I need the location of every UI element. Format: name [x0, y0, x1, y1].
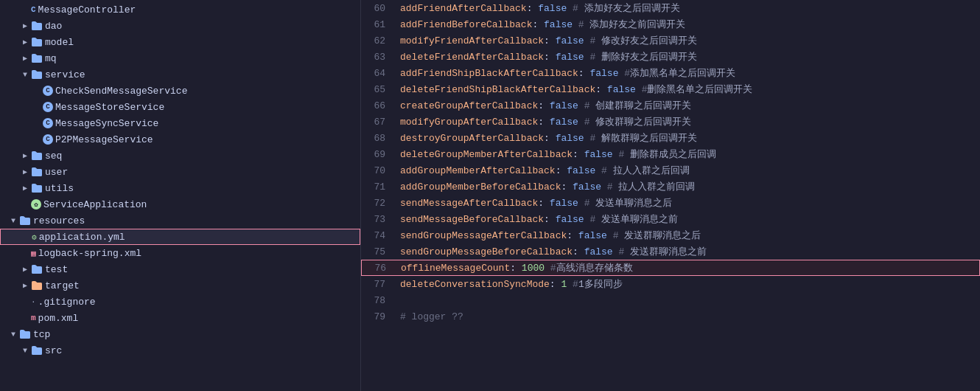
code-line-70: 70 addGroupMemberAfterCallback: false # … [361, 162, 980, 179]
sidebar-item-messagecontroller[interactable]: C MessageController [0, 1, 360, 18]
gitignore-label: .gitignore [38, 297, 360, 308]
line-content-61: addFriendBeforeCallback: false # 添加好友之前回… [394, 18, 980, 31]
sidebar-item-gitignore[interactable]: · .gitignore [0, 294, 360, 310]
line-num-69: 69 [361, 149, 394, 160]
folder-mq-icon [31, 52, 43, 64]
line-num-74: 74 [361, 230, 394, 241]
line-content-69: deleteGroupMemberAfterCallback: false # … [394, 148, 980, 161]
src-label: src [45, 345, 360, 356]
code-editor: 60 addFriendAfterCallback: false # 添加好友之… [361, 0, 980, 391]
sidebar-item-messagesync[interactable]: C MessageSyncService [0, 115, 360, 131]
messagesync-label: MessageSyncService [55, 118, 360, 129]
service-label: service [45, 69, 360, 80]
yml-icon: ⚙ [32, 232, 37, 242]
line-num-73: 73 [361, 214, 394, 225]
code-line-67: 67 modifyGroupAfterCallback: false # 修改群… [361, 114, 980, 130]
line-content-75: sendGroupMessageBeforeCallback: false # … [394, 245, 980, 258]
code-line-75: 75 sendGroupMessageBeforeCallback: false… [361, 243, 980, 260]
dao-label: dao [45, 21, 360, 32]
folder-utils-icon [31, 182, 43, 194]
code-line-62: 62 modifyFriendAfterCallback: false # 修改… [361, 32, 980, 49]
sidebar-item-model[interactable]: model [0, 34, 360, 50]
line-num-76: 76 [362, 263, 395, 274]
resources-label: resources [33, 215, 360, 226]
code-line-63: 63 deleteFriendAfterCallback: false # 删除… [361, 49, 980, 65]
line-content-77: deleteConversationSyncMode: 1 #1多段同步 [394, 277, 980, 291]
p2p-icon: C [43, 134, 53, 145]
sidebar-item-service[interactable]: service [0, 66, 360, 83]
arrow-seq [19, 151, 31, 160]
arrow-mq [19, 54, 31, 63]
key-60: addFriendAfterCallback [400, 3, 527, 14]
line-num-61: 61 [361, 19, 394, 30]
serviceapp-label: ServiceApplication [43, 199, 360, 210]
code-line-66: 66 createGroupAfterCallback: false # 创建群… [361, 97, 980, 114]
sidebar-item-tcp[interactable]: tcp [0, 326, 360, 342]
sidebar-item-seq[interactable]: seq [0, 148, 360, 164]
line-num-64: 64 [361, 68, 394, 79]
folder-model-icon [31, 36, 43, 48]
sidebar-item-logback[interactable]: ▦ logback-spring.xml [0, 245, 360, 261]
sidebar-item-test[interactable]: test [0, 261, 360, 277]
folder-user-icon [31, 166, 43, 178]
sidebar-item-utils[interactable]: utils [0, 180, 360, 196]
line-content-64: addFriendShipBlackAfterCallback: false #… [394, 66, 980, 80]
utils-label: utils [45, 183, 360, 194]
sidebar-item-mq[interactable]: mq [0, 50, 360, 66]
sidebar-item-p2p[interactable]: C P2PMessageService [0, 131, 360, 148]
messagesync-icon: C [43, 118, 53, 128]
maven-icon: m [31, 314, 36, 322]
sidebar-item-messagestore[interactable]: C MessageStoreService [0, 99, 360, 115]
sidebar-item-target[interactable]: target [0, 277, 360, 294]
line-content-67: modifyGroupAfterCallback: false # 修改群聊之后… [394, 115, 980, 128]
code-line-77: 77 deleteConversationSyncMode: 1 #1多段同步 [361, 276, 980, 292]
sidebar-item-checksend[interactable]: C CheckSendMessageService [0, 83, 360, 99]
class-icon: C [31, 5, 36, 14]
line-content-74: sendGroupMessageAfterCallback: false # 发… [394, 229, 980, 242]
line-num-75: 75 [361, 246, 394, 257]
code-line-73: 73 sendMessageBeforeCallback: false # 发送… [361, 211, 980, 227]
item-label: MessageController [38, 4, 360, 15]
line-num-71: 71 [361, 181, 394, 193]
file-tree[interactable]: C MessageController dao model mq service… [0, 0, 361, 391]
code-line-65: 65 deleteFriendShipBlackAfterCallback: f… [361, 81, 980, 97]
code-line-61: 61 addFriendBeforeCallback: false # 添加好友… [361, 16, 980, 32]
p2p-label: P2PMessageService [55, 134, 360, 145]
arrow-model [19, 38, 31, 46]
arrow-tcp [7, 331, 19, 339]
sidebar-item-src[interactable]: src [0, 342, 360, 359]
arrow-dao [19, 21, 31, 30]
sidebar-item-pom[interactable]: m pom.xml [0, 310, 360, 326]
folder-tcp-icon [19, 328, 31, 340]
sidebar-item-dao[interactable]: dao [0, 18, 360, 34]
code-line-69: 69 deleteGroupMemberAfterCallback: false… [361, 146, 980, 162]
code-line-78: 78 [361, 292, 980, 308]
folder-seq-icon [31, 150, 43, 162]
line-content-66: createGroupAfterCallback: false # 创建群聊之后… [394, 99, 980, 112]
code-line-74: 74 sendGroupMessageAfterCallback: false … [361, 227, 980, 243]
arrow-src [19, 347, 31, 355]
model-label: model [45, 37, 360, 48]
sidebar-item-user[interactable]: user [0, 164, 360, 180]
code-line-72: 72 sendMessageAfterCallback: false # 发送单… [361, 195, 980, 211]
line-content-73: sendMessageBeforeCallback: false # 发送单聊消… [394, 212, 980, 226]
code-line-64: 64 addFriendShipBlackAfterCallback: fals… [361, 65, 980, 81]
code-line-71: 71 addGroupMemberBeforeCallback: false #… [361, 179, 980, 195]
line-content-68: destroyGroupAfterCallback: false # 解散群聊之… [394, 131, 980, 145]
user-label: user [45, 167, 360, 178]
line-content-62: modifyFriendAfterCallback: false # 修改好友之… [394, 34, 980, 47]
code-line-60: 60 addFriendAfterCallback: false # 添加好友之… [361, 0, 980, 16]
seq-label: seq [45, 150, 360, 162]
code-line-76: 76 offlineMessageCount: 1000 #高线消息存储条数 [361, 260, 980, 276]
line-num-68: 68 [361, 133, 394, 144]
folder-resources-icon [19, 215, 31, 226]
code-line-68: 68 destroyGroupAfterCallback: false # 解散… [361, 130, 980, 146]
arrow-resources [7, 217, 19, 225]
sidebar-item-resources[interactable]: resources [0, 212, 360, 229]
line-num-79: 79 [361, 311, 394, 322]
arrow-utils [19, 184, 31, 193]
messagestore-label: MessageStoreService [55, 102, 360, 113]
sidebar-item-appyml[interactable]: ⚙ application.yml [0, 229, 360, 245]
sidebar-item-serviceapp[interactable]: ✿ ServiceApplication [0, 196, 360, 212]
line-num-63: 63 [361, 52, 394, 63]
